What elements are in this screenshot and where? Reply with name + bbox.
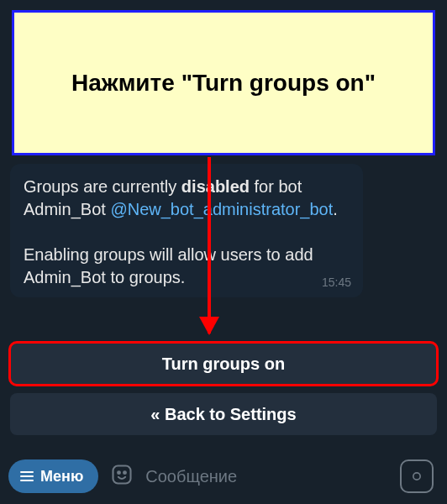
turn-groups-on-button[interactable]: Turn groups on [10, 343, 437, 385]
svg-point-1 [118, 471, 120, 474]
menu-label: Меню [40, 468, 83, 486]
back-label: « Back to Settings [150, 405, 296, 424]
camera-icon [408, 468, 425, 485]
instruction-text: Нажмите "Turn groups on" [71, 70, 376, 97]
svg-rect-0 [113, 466, 131, 484]
msg-text-3: . [333, 200, 338, 218]
back-to-settings-button[interactable]: « Back to Settings [10, 393, 437, 435]
msg-bold-disabled: disabled [181, 177, 250, 196]
bot-username-link[interactable]: @New_bot_administrator_bot [110, 200, 333, 218]
callout-arrow [208, 157, 211, 333]
bot-message: Groups are currently disabled for bot Ad… [10, 164, 363, 297]
turn-on-label: Turn groups on [162, 354, 285, 374]
svg-point-3 [413, 473, 420, 480]
camera-button[interactable] [400, 459, 434, 493]
menu-button[interactable]: Меню [8, 459, 98, 493]
message-input-bar: Меню Сообщение [8, 455, 439, 497]
hamburger-icon [20, 471, 34, 481]
msg-text-4: Enabling groups will allow users to add … [24, 245, 313, 286]
message-time: 15:45 [322, 275, 351, 291]
sticker-icon[interactable] [110, 463, 134, 490]
msg-text-1: Groups are currently [24, 177, 181, 196]
svg-point-2 [124, 471, 126, 474]
instruction-callout: Нажмите "Turn groups on" [12, 10, 435, 155]
message-input[interactable]: Сообщение [145, 467, 388, 486]
